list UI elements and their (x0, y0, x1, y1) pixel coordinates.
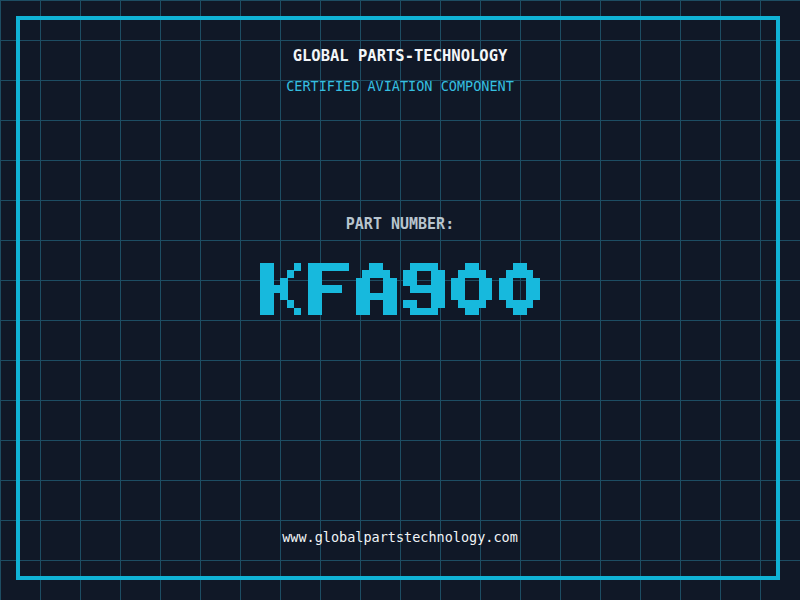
website-url: www.globalpartstechnology.com (0, 527, 800, 547)
blueprint-page: { "header": { "title": "GLOBAL PARTS-TEC… (0, 0, 800, 600)
part-number-value (0, 263, 800, 315)
company-title: GLOBAL PARTS-TECHNOLOGY (0, 46, 800, 66)
certification-subtitle: CERTIFIED AVIATION COMPONENT (0, 76, 800, 96)
part-number-label: PART NUMBER: (0, 214, 800, 234)
part-number-pixel-text (260, 263, 540, 315)
